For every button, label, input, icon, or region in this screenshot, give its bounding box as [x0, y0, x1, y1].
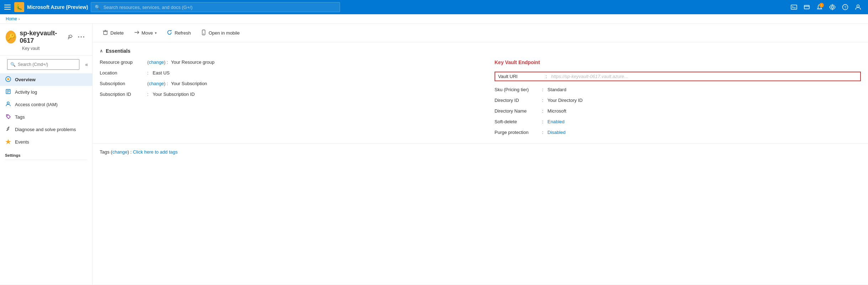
- notification-badge: 1: [819, 3, 824, 7]
- topbar: 🐛 Microsoft Azure (Preview) 🔍 Search res…: [0, 0, 868, 14]
- sidebar-search-container[interactable]: 🔍: [7, 59, 79, 70]
- kv-endpoint-title: Key Vault Endpoint: [495, 59, 861, 65]
- sidebar-item-diagnose-label: Diagnose and solve problems: [15, 127, 76, 132]
- resource-group-change-link[interactable]: change: [149, 59, 164, 65]
- subscription-id-value: Your Subscription ID: [153, 92, 195, 97]
- settings-section-label: Settings: [0, 148, 92, 160]
- purge-protection-value[interactable]: Disabled: [548, 130, 566, 135]
- location-value: East US: [153, 70, 170, 76]
- move-chevron-icon: ▾: [155, 31, 157, 35]
- notifications-button[interactable]: 1: [814, 1, 825, 13]
- sidebar-item-overview[interactable]: Overview: [0, 73, 92, 86]
- tags-section: Tags (change) : Click here to add tags: [93, 144, 868, 160]
- tags-value[interactable]: Click here to add tags: [133, 149, 178, 155]
- events-icon: [5, 139, 11, 145]
- move-label: Move: [142, 30, 153, 36]
- svg-marker-17: [5, 139, 11, 144]
- resource-group-value: Your Resource group: [171, 59, 214, 65]
- directory-name-value: Microsoft: [548, 108, 566, 114]
- help-button[interactable]: ?: [840, 1, 851, 13]
- svg-text:?: ?: [845, 6, 847, 10]
- soft-delete-label: Soft-delete: [495, 119, 541, 124]
- subscription-row: Subscription (change) : Your Subscriptio…: [100, 81, 480, 89]
- svg-rect-2: [804, 5, 809, 9]
- tags-label: Tags (change) :: [100, 149, 133, 155]
- vault-uri-label: Vault URI: [498, 74, 544, 79]
- app-title: Microsoft Azure (Preview): [27, 4, 88, 10]
- global-search[interactable]: 🔍 Search resources, services, and docs (…: [91, 2, 340, 12]
- subscription-label: Subscription: [100, 81, 146, 86]
- directory-id-label: Directory ID: [495, 98, 541, 103]
- sidebar-item-events-label: Events: [15, 139, 29, 145]
- resource-type: Key vault: [6, 46, 87, 51]
- sidebar-search-input[interactable]: [18, 62, 76, 67]
- delete-label: Delete: [110, 30, 124, 36]
- resource-title-row: 🔑 sp-keyvault-0617 ···: [6, 30, 87, 45]
- open-mobile-label: Open in mobile: [209, 30, 240, 36]
- hamburger-menu[interactable]: [4, 4, 11, 11]
- resource-icon: 🔑: [6, 31, 16, 43]
- pin-button[interactable]: [65, 32, 75, 42]
- more-options-button[interactable]: ···: [77, 32, 87, 42]
- directory-name-row: Directory Name : Microsoft: [495, 108, 861, 116]
- purge-protection-label: Purge protection: [495, 130, 541, 135]
- sku-label: Sku (Pricing tier): [495, 87, 541, 92]
- sidebar: 🔑 sp-keyvault-0617 ··· Key vault 🔍: [0, 24, 93, 285]
- sku-row: Sku (Pricing tier) : Standard: [495, 87, 861, 95]
- svg-point-5: [831, 6, 833, 8]
- move-button[interactable]: Move ▾: [130, 27, 161, 38]
- directory-id-row: Directory ID : Your Directory ID: [495, 98, 861, 105]
- iam-icon: [5, 101, 11, 108]
- directory-name-label: Directory Name: [495, 108, 541, 114]
- soft-delete-row: Soft-delete : Enabled: [495, 119, 861, 127]
- essentials-chevron-icon: ∧: [100, 48, 103, 53]
- page-layout: 🔑 sp-keyvault-0617 ··· Key vault 🔍: [0, 24, 868, 285]
- location-label: Location: [100, 70, 146, 76]
- soft-delete-value[interactable]: Enabled: [548, 119, 565, 124]
- open-mobile-button[interactable]: Open in mobile: [197, 27, 244, 38]
- subscription-id-row: Subscription ID : Your Subscription ID: [100, 92, 480, 99]
- essentials-section: ∧ Essentials Resource group (change) : Y…: [93, 42, 868, 144]
- sidebar-nav: Overview Activity log Access control (IA…: [0, 73, 92, 285]
- terminal-button[interactable]: [788, 1, 800, 13]
- svg-point-16: [7, 115, 8, 116]
- user-button[interactable]: [852, 1, 864, 13]
- location-row: Location : East US: [100, 70, 480, 78]
- move-icon: [134, 30, 140, 36]
- svg-point-8: [857, 5, 859, 7]
- diagnose-icon: [5, 126, 11, 133]
- delete-icon: [103, 30, 108, 36]
- subscription-id-label: Subscription ID: [100, 92, 146, 97]
- search-icon: 🔍: [95, 5, 100, 10]
- svg-rect-0: [791, 5, 797, 9]
- sidebar-collapse-button[interactable]: «: [84, 60, 89, 69]
- delete-button[interactable]: Delete: [98, 27, 128, 38]
- refresh-icon: [167, 30, 172, 36]
- sidebar-item-tags-label: Tags: [15, 114, 25, 120]
- sku-value: Standard: [548, 87, 566, 92]
- sidebar-item-tags[interactable]: Tags: [0, 111, 92, 123]
- sidebar-item-events[interactable]: Events: [0, 136, 92, 148]
- refresh-button[interactable]: Refresh: [162, 27, 195, 38]
- breadcrumb-home[interactable]: Home: [6, 16, 17, 21]
- breadcrumb-separator: ›: [19, 17, 20, 21]
- resource-group-label: Resource group: [100, 59, 146, 65]
- svg-rect-18: [104, 31, 107, 35]
- sidebar-item-iam[interactable]: Access control (IAM): [0, 98, 92, 111]
- tags-row: Tags (change) : Click here to add tags: [100, 149, 861, 155]
- toolbar: Delete Move ▾ Refresh Open in mobile: [93, 24, 868, 42]
- refresh-label: Refresh: [174, 30, 191, 36]
- sidebar-item-overview-label: Overview: [15, 77, 36, 82]
- tags-change-link[interactable]: change: [112, 149, 127, 155]
- search-placeholder: Search resources, services, and docs (G+…: [103, 5, 192, 10]
- vault-uri-value: https://sp-keyvault-0617.vault.azure...: [551, 74, 628, 79]
- tags-icon: [5, 114, 11, 120]
- cloud-shell-button[interactable]: [801, 1, 812, 13]
- subscription-change-link[interactable]: change: [149, 81, 164, 86]
- vault-uri-row: Vault URI : https://sp-keyvault-0617.vau…: [495, 72, 861, 81]
- sidebar-item-activity-log-label: Activity log: [15, 89, 37, 95]
- sidebar-item-activity-log[interactable]: Activity log: [0, 86, 92, 98]
- sidebar-item-diagnose[interactable]: Diagnose and solve problems: [0, 123, 92, 136]
- settings-button[interactable]: [827, 1, 838, 13]
- bug-icon: 🐛: [14, 2, 24, 12]
